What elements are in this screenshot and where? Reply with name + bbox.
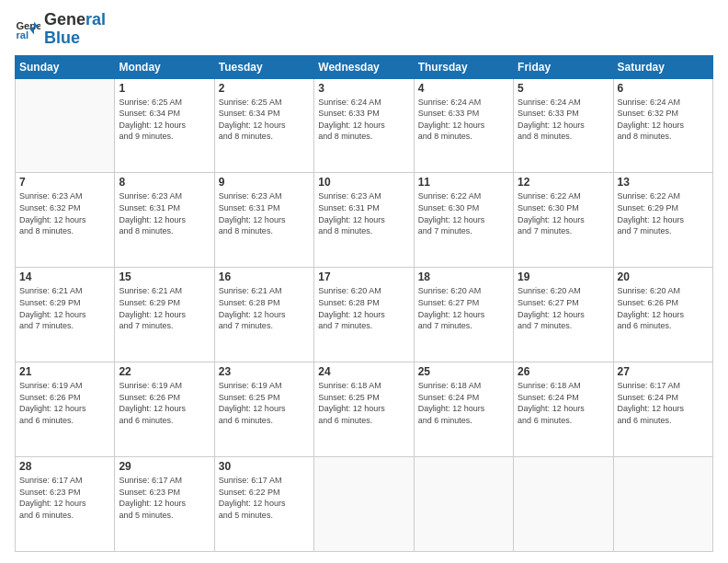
day-info: Sunrise: 6:22 AM Sunset: 6:30 PM Dayligh… (518, 190, 609, 236)
calendar-cell: 5Sunrise: 6:24 AM Sunset: 6:33 PM Daylig… (514, 78, 613, 173)
day-info: Sunrise: 6:20 AM Sunset: 6:28 PM Dayligh… (318, 285, 409, 331)
day-number: 28 (19, 460, 110, 473)
calendar: SundayMondayTuesdayWednesdayThursdayFrid… (15, 55, 713, 552)
day-number: 7 (19, 176, 110, 189)
day-info: Sunrise: 6:18 AM Sunset: 6:24 PM Dayligh… (418, 380, 509, 426)
svg-text:ral: ral (16, 29, 28, 40)
day-info: Sunrise: 6:24 AM Sunset: 6:33 PM Dayligh… (318, 97, 409, 143)
day-number: 22 (119, 365, 210, 378)
calendar-cell: 21Sunrise: 6:19 AM Sunset: 6:26 PM Dayli… (16, 362, 115, 457)
calendar-cell: 19Sunrise: 6:20 AM Sunset: 6:27 PM Dayli… (514, 268, 613, 362)
calendar-cell: 14Sunrise: 6:21 AM Sunset: 6:29 PM Dayli… (16, 268, 115, 362)
day-info: Sunrise: 6:19 AM Sunset: 6:26 PM Dayligh… (119, 380, 210, 426)
day-number: 9 (219, 176, 310, 189)
day-number: 5 (518, 82, 609, 95)
day-number: 27 (618, 365, 709, 378)
calendar-cell: 4Sunrise: 6:24 AM Sunset: 6:33 PM Daylig… (414, 78, 513, 173)
calendar-cell (613, 457, 712, 552)
weekday-monday: Monday (115, 55, 214, 78)
calendar-cell: 6Sunrise: 6:24 AM Sunset: 6:32 PM Daylig… (613, 78, 712, 173)
day-info: Sunrise: 6:20 AM Sunset: 6:27 PM Dayligh… (418, 285, 509, 331)
calendar-cell (314, 457, 414, 552)
day-info: Sunrise: 6:21 AM Sunset: 6:29 PM Dayligh… (119, 285, 210, 331)
day-number: 14 (19, 270, 110, 283)
day-number: 15 (119, 270, 210, 283)
day-info: Sunrise: 6:17 AM Sunset: 6:23 PM Dayligh… (19, 475, 110, 521)
week-row-1: 1Sunrise: 6:25 AM Sunset: 6:34 PM Daylig… (16, 78, 713, 173)
calendar-cell (16, 78, 115, 173)
calendar-cell: 30Sunrise: 6:17 AM Sunset: 6:22 PM Dayli… (214, 457, 313, 552)
calendar-cell: 24Sunrise: 6:18 AM Sunset: 6:25 PM Dayli… (314, 362, 414, 457)
day-info: Sunrise: 6:24 AM Sunset: 6:33 PM Dayligh… (418, 97, 509, 143)
calendar-cell (514, 457, 613, 552)
day-number: 13 (618, 176, 709, 189)
calendar-cell: 17Sunrise: 6:20 AM Sunset: 6:28 PM Dayli… (314, 268, 414, 362)
calendar-cell: 1Sunrise: 6:25 AM Sunset: 6:34 PM Daylig… (115, 78, 214, 173)
calendar-cell: 20Sunrise: 6:20 AM Sunset: 6:26 PM Dayli… (613, 268, 712, 362)
day-number: 8 (119, 176, 210, 189)
day-info: Sunrise: 6:23 AM Sunset: 6:31 PM Dayligh… (219, 190, 310, 236)
day-number: 6 (618, 82, 709, 95)
day-number: 23 (219, 365, 310, 378)
day-info: Sunrise: 6:19 AM Sunset: 6:25 PM Dayligh… (219, 380, 310, 426)
calendar-cell: 29Sunrise: 6:17 AM Sunset: 6:23 PM Dayli… (115, 457, 214, 552)
calendar-cell: 9Sunrise: 6:23 AM Sunset: 6:31 PM Daylig… (214, 173, 313, 268)
day-number: 11 (418, 176, 509, 189)
day-info: Sunrise: 6:23 AM Sunset: 6:31 PM Dayligh… (318, 190, 409, 236)
day-info: Sunrise: 6:19 AM Sunset: 6:26 PM Dayligh… (19, 380, 110, 426)
day-info: Sunrise: 6:21 AM Sunset: 6:29 PM Dayligh… (19, 285, 110, 331)
weekday-tuesday: Tuesday (214, 55, 313, 78)
calendar-cell: 28Sunrise: 6:17 AM Sunset: 6:23 PM Dayli… (16, 457, 115, 552)
calendar-cell: 13Sunrise: 6:22 AM Sunset: 6:29 PM Dayli… (613, 173, 712, 268)
calendar-cell: 2Sunrise: 6:25 AM Sunset: 6:34 PM Daylig… (214, 78, 313, 173)
day-info: Sunrise: 6:20 AM Sunset: 6:27 PM Dayligh… (518, 285, 609, 331)
day-info: Sunrise: 6:22 AM Sunset: 6:30 PM Dayligh… (418, 190, 509, 236)
calendar-cell: 15Sunrise: 6:21 AM Sunset: 6:29 PM Dayli… (115, 268, 214, 362)
day-info: Sunrise: 6:24 AM Sunset: 6:32 PM Dayligh… (618, 97, 709, 143)
day-number: 2 (219, 82, 310, 95)
calendar-cell: 23Sunrise: 6:19 AM Sunset: 6:25 PM Dayli… (214, 362, 313, 457)
day-info: Sunrise: 6:25 AM Sunset: 6:34 PM Dayligh… (219, 97, 310, 143)
day-number: 19 (518, 270, 609, 283)
day-number: 4 (418, 82, 509, 95)
day-number: 10 (318, 176, 409, 189)
weekday-friday: Friday (514, 55, 613, 78)
day-info: Sunrise: 6:22 AM Sunset: 6:29 PM Dayligh… (618, 190, 709, 236)
day-number: 29 (119, 460, 210, 473)
day-number: 3 (318, 82, 409, 95)
day-info: Sunrise: 6:18 AM Sunset: 6:24 PM Dayligh… (518, 380, 609, 426)
calendar-body: 1Sunrise: 6:25 AM Sunset: 6:34 PM Daylig… (16, 78, 713, 551)
calendar-cell: 26Sunrise: 6:18 AM Sunset: 6:24 PM Dayli… (514, 362, 613, 457)
day-number: 25 (418, 365, 509, 378)
weekday-sunday: Sunday (16, 55, 115, 78)
calendar-cell: 7Sunrise: 6:23 AM Sunset: 6:32 PM Daylig… (16, 173, 115, 268)
day-number: 20 (618, 270, 709, 283)
day-number: 1 (119, 82, 210, 95)
day-number: 16 (219, 270, 310, 283)
header: Gene ral General Blue (15, 11, 713, 48)
day-info: Sunrise: 6:18 AM Sunset: 6:25 PM Dayligh… (318, 380, 409, 426)
weekday-thursday: Thursday (414, 55, 513, 78)
weekday-wednesday: Wednesday (314, 55, 414, 78)
day-info: Sunrise: 6:24 AM Sunset: 6:33 PM Dayligh… (518, 97, 609, 143)
day-info: Sunrise: 6:17 AM Sunset: 6:24 PM Dayligh… (618, 380, 709, 426)
day-info: Sunrise: 6:17 AM Sunset: 6:22 PM Dayligh… (219, 475, 310, 521)
day-number: 30 (219, 460, 310, 473)
calendar-cell: 25Sunrise: 6:18 AM Sunset: 6:24 PM Dayli… (414, 362, 513, 457)
calendar-cell: 10Sunrise: 6:23 AM Sunset: 6:31 PM Dayli… (314, 173, 414, 268)
day-info: Sunrise: 6:17 AM Sunset: 6:23 PM Dayligh… (119, 475, 210, 521)
calendar-cell: 18Sunrise: 6:20 AM Sunset: 6:27 PM Dayli… (414, 268, 513, 362)
day-number: 12 (518, 176, 609, 189)
calendar-cell: 22Sunrise: 6:19 AM Sunset: 6:26 PM Dayli… (115, 362, 214, 457)
calendar-cell (414, 457, 513, 552)
logo: Gene ral General Blue (15, 11, 106, 48)
day-number: 21 (19, 365, 110, 378)
weekday-header-row: SundayMondayTuesdayWednesdayThursdayFrid… (16, 55, 713, 78)
week-row-2: 7Sunrise: 6:23 AM Sunset: 6:32 PM Daylig… (16, 173, 713, 268)
week-row-5: 28Sunrise: 6:17 AM Sunset: 6:23 PM Dayli… (16, 457, 713, 552)
calendar-cell: 27Sunrise: 6:17 AM Sunset: 6:24 PM Dayli… (613, 362, 712, 457)
day-info: Sunrise: 6:20 AM Sunset: 6:26 PM Dayligh… (618, 285, 709, 331)
calendar-cell: 8Sunrise: 6:23 AM Sunset: 6:31 PM Daylig… (115, 173, 214, 268)
logo-text: General Blue (44, 11, 106, 48)
day-number: 24 (318, 365, 409, 378)
